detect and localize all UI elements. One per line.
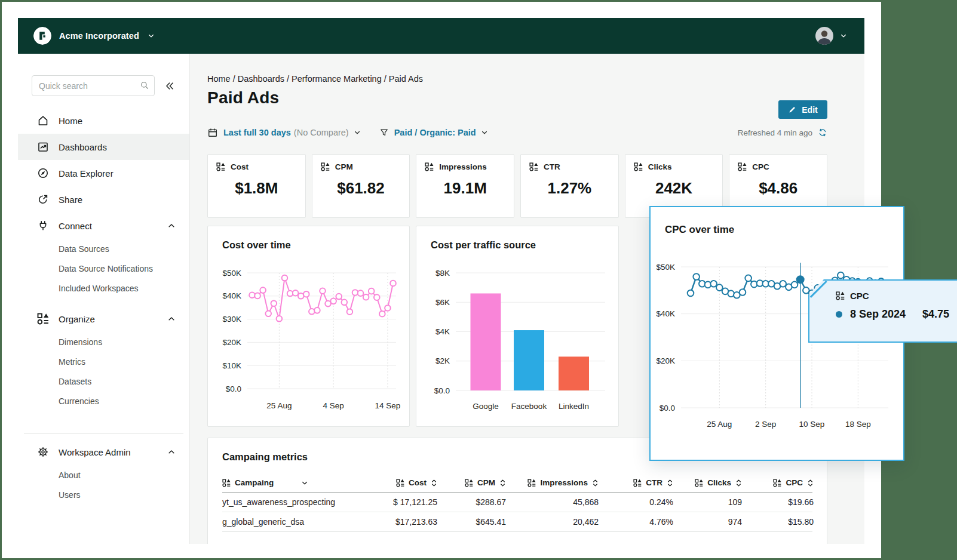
chevron-up-icon[interactable]: [167, 447, 176, 457]
segment-filter[interactable]: Paid / Organic: Paid: [394, 128, 476, 137]
chart-title: Cost per traffic source: [431, 239, 536, 251]
sidebar-item-currencies[interactable]: Currencies: [18, 391, 189, 411]
kpi-value: $61.82: [321, 179, 401, 198]
sidebar-item-data-sources[interactable]: Data Sources: [18, 239, 189, 259]
svg-text:$10K: $10K: [222, 361, 241, 370]
sidebar-section-organize[interactable]: Organize: [18, 306, 189, 332]
gear-icon: [37, 446, 49, 458]
search-icon: [140, 81, 149, 90]
metrics-icon: [396, 479, 404, 487]
sidebar-item-datasets[interactable]: Datasets: [18, 371, 189, 391]
sidebar-section-workspace-admin[interactable]: Workspace Admin: [18, 439, 189, 465]
column-header-impressions[interactable]: Impressions: [506, 473, 599, 492]
sort-icon[interactable]: [735, 478, 742, 488]
avatar[interactable]: [815, 27, 833, 45]
calendar-icon: [207, 127, 218, 138]
metrics-icon: [527, 479, 536, 487]
svg-text:$4K: $4K: [435, 327, 450, 336]
column-header-cpc[interactable]: CPC: [742, 473, 814, 492]
sidebar-section-label: Connect: [59, 221, 92, 231]
sidebar-item-metrics[interactable]: Metrics: [18, 352, 189, 371]
org-switcher[interactable]: Acme Incorporated: [33, 27, 155, 45]
sidebar-section-connect[interactable]: Connect: [18, 213, 189, 239]
svg-text:2 Sep: 2 Sep: [755, 420, 776, 429]
svg-text:$20K: $20K: [222, 338, 241, 347]
svg-text:25 Aug: 25 Aug: [707, 420, 732, 429]
sidebar: HomeDashboardsData ExplorerShareConnectD…: [18, 54, 190, 544]
date-range-filter[interactable]: Last full 30 days: [223, 128, 291, 137]
svg-text:$50K: $50K: [656, 263, 675, 272]
column-label: CPC: [786, 478, 803, 487]
funnel-logo-icon: [33, 27, 51, 45]
chevron-down-icon[interactable]: [839, 32, 848, 40]
collapse-sidebar-icon[interactable]: [164, 81, 175, 91]
svg-text:4 Sep: 4 Sep: [323, 401, 344, 410]
sort-icon[interactable]: [499, 478, 506, 488]
sidebar-item-data-source-notifications[interactable]: Data Source Notifications: [18, 259, 189, 278]
chart-tooltip: CPC 8 Sep 2024 $4.75: [808, 279, 957, 343]
cost-per-traffic-source-chart[interactable]: $0.0$2K$4K$6K$8KGoogleFacebookLinkedIn: [416, 226, 619, 427]
chevron-down-icon[interactable]: [300, 479, 309, 487]
column-label: Campaing: [235, 478, 274, 487]
svg-text:14 Sep: 14 Sep: [375, 401, 401, 410]
svg-text:25 Aug: 25 Aug: [266, 401, 292, 410]
kpi-card-impressions[interactable]: Impressions19.1M: [416, 154, 514, 218]
table-cell: 20,462: [506, 512, 599, 531]
metrics-icon: [465, 479, 473, 487]
metrics-icon: [222, 479, 231, 487]
sidebar-item-label: Share: [59, 195, 82, 205]
kpi-card-ctr[interactable]: CTR1.27%: [520, 154, 619, 218]
sort-icon[interactable]: [667, 478, 673, 488]
column-label: Impressions: [540, 478, 588, 487]
table-cell: $17,213.63: [372, 512, 437, 531]
chevron-down-icon[interactable]: [147, 32, 155, 40]
breadcrumb[interactable]: Home / Dashboards / Performance Marketin…: [207, 74, 423, 84]
column-header-cpm[interactable]: CPM: [437, 473, 506, 492]
sidebar-item-data-explorer[interactable]: Data Explorer: [18, 160, 189, 186]
sidebar-item-share[interactable]: Share: [18, 186, 189, 213]
sort-icon[interactable]: [592, 478, 599, 488]
refresh-icon[interactable]: [818, 128, 827, 137]
kpi-value: $4.86: [738, 179, 818, 198]
chevron-up-icon[interactable]: [167, 221, 176, 230]
svg-text:$30K: $30K: [222, 315, 241, 324]
table-row: g_global_generic_dsa$17,213.63$645.4120,…: [222, 512, 812, 532]
kpi-value: $1.8M: [216, 179, 297, 198]
column-header-campaing[interactable]: Campaing: [222, 473, 372, 492]
sidebar-item-home[interactable]: Home: [18, 107, 189, 134]
sidebar-item-users[interactable]: Users: [18, 485, 189, 504]
sort-icon[interactable]: [431, 478, 437, 488]
sidebar-item-dimensions[interactable]: Dimensions: [18, 332, 189, 352]
user-menu[interactable]: [815, 27, 848, 45]
table-cell: $645.41: [437, 512, 506, 531]
column-label: Cost: [409, 478, 427, 487]
search-input[interactable]: [32, 75, 155, 96]
chevron-down-icon[interactable]: [353, 128, 361, 137]
cost-over-time-chart[interactable]: $0.0$10K$20K$30K$40K$50K25 Aug4 Sep14 Se…: [208, 226, 410, 427]
topbar: Acme Incorporated: [18, 18, 864, 54]
charts-row: Cost over time $0.0$10K$20K$30K$40K$50K2…: [207, 226, 619, 427]
column-header-cost[interactable]: Cost: [372, 473, 437, 492]
sidebar-item-dashboards[interactable]: Dashboards: [18, 134, 189, 160]
chevron-down-icon[interactable]: [480, 128, 489, 137]
kpi-card-cost[interactable]: Cost$1.8M: [207, 154, 306, 218]
sort-icon[interactable]: [807, 478, 814, 488]
share-icon: [37, 193, 49, 205]
kpi-card-cpm[interactable]: CPM$61.82: [312, 154, 410, 218]
tooltip-metric: CPC: [850, 291, 869, 301]
edit-button[interactable]: Edit: [778, 100, 827, 119]
kpi-label: CPC: [752, 162, 769, 171]
svg-text:$0.0: $0.0: [434, 386, 450, 395]
column-header-ctr[interactable]: CTR: [599, 473, 673, 492]
table-cell: 974: [673, 512, 742, 531]
kpi-value: 1.27%: [529, 179, 610, 198]
table-cell: yt_us_awareness_prospecting: [222, 493, 372, 512]
metrics-icon: [836, 291, 845, 300]
compare-label: (No Compare): [294, 128, 349, 137]
tooltip-date: 8 Sep 2024: [850, 308, 906, 321]
metrics-icon: [425, 162, 434, 171]
sidebar-item-included-workspaces[interactable]: Included Workspaces: [18, 278, 189, 298]
sidebar-item-about[interactable]: About: [18, 465, 189, 485]
column-header-clicks[interactable]: Clicks: [673, 473, 742, 492]
chevron-up-icon[interactable]: [167, 314, 176, 324]
